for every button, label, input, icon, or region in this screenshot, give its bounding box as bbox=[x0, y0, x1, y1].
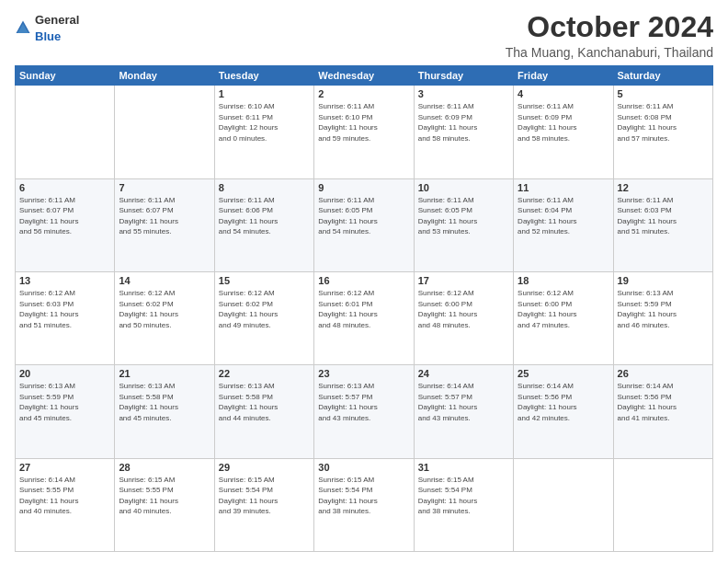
day-number: 10 bbox=[418, 182, 509, 193]
day-info: Sunrise: 6:10 AMSunset: 6:11 PMDaylight:… bbox=[219, 101, 310, 144]
day-number: 23 bbox=[318, 368, 409, 379]
day-number: 21 bbox=[119, 368, 210, 379]
day-number: 31 bbox=[418, 462, 509, 473]
day-number: 8 bbox=[219, 182, 310, 193]
day-number: 27 bbox=[19, 462, 110, 473]
table-row: 6Sunrise: 6:11 AMSunset: 6:07 PMDaylight… bbox=[16, 178, 115, 271]
day-info: Sunrise: 6:15 AMSunset: 5:55 PMDaylight:… bbox=[119, 475, 210, 517]
col-wednesday: Wednesday bbox=[314, 66, 414, 86]
day-info: Sunrise: 6:11 AMSunset: 6:10 PMDaylight:… bbox=[318, 101, 409, 144]
day-info: Sunrise: 6:11 AMSunset: 6:07 PMDaylight:… bbox=[19, 195, 110, 237]
day-number: 18 bbox=[518, 275, 609, 286]
col-tuesday: Tuesday bbox=[214, 66, 313, 86]
table-row: 19Sunrise: 6:13 AMSunset: 5:59 PMDayligh… bbox=[613, 271, 712, 364]
table-row: 30Sunrise: 6:15 AMSunset: 5:54 PMDayligh… bbox=[314, 458, 414, 551]
table-row: 12Sunrise: 6:11 AMSunset: 6:03 PMDayligh… bbox=[613, 178, 712, 271]
table-row: 21Sunrise: 6:13 AMSunset: 5:58 PMDayligh… bbox=[115, 365, 214, 458]
col-sunday: Sunday bbox=[16, 66, 115, 86]
table-row bbox=[16, 86, 115, 178]
table-row: 17Sunrise: 6:12 AMSunset: 6:00 PMDayligh… bbox=[414, 271, 513, 364]
page: General Blue October 2024 Tha Muang, Kan… bbox=[0, 0, 728, 563]
calendar-row: 20Sunrise: 6:13 AMSunset: 5:59 PMDayligh… bbox=[16, 365, 713, 458]
day-number: 24 bbox=[418, 368, 509, 379]
calendar-body: 1Sunrise: 6:10 AMSunset: 6:11 PMDaylight… bbox=[16, 86, 713, 552]
table-row: 15Sunrise: 6:12 AMSunset: 6:02 PMDayligh… bbox=[214, 271, 313, 364]
day-info: Sunrise: 6:12 AMSunset: 6:02 PMDaylight:… bbox=[219, 288, 310, 330]
table-row bbox=[514, 458, 613, 551]
table-row: 24Sunrise: 6:14 AMSunset: 5:57 PMDayligh… bbox=[414, 365, 513, 458]
day-number: 28 bbox=[119, 462, 210, 473]
col-thursday: Thursday bbox=[414, 66, 513, 86]
table-row: 18Sunrise: 6:12 AMSunset: 6:00 PMDayligh… bbox=[514, 271, 613, 364]
table-row: 1Sunrise: 6:10 AMSunset: 6:11 PMDaylight… bbox=[214, 86, 313, 178]
day-number: 22 bbox=[219, 368, 310, 379]
table-row: 14Sunrise: 6:12 AMSunset: 6:02 PMDayligh… bbox=[115, 271, 214, 364]
day-number: 16 bbox=[318, 275, 409, 286]
day-info: Sunrise: 6:11 AMSunset: 6:09 PMDaylight:… bbox=[418, 101, 509, 144]
day-number: 1 bbox=[219, 88, 310, 99]
day-number: 12 bbox=[618, 182, 709, 193]
table-row: 13Sunrise: 6:12 AMSunset: 6:03 PMDayligh… bbox=[16, 271, 115, 364]
table-row: 3Sunrise: 6:11 AMSunset: 6:09 PMDaylight… bbox=[414, 86, 513, 178]
day-number: 7 bbox=[119, 182, 210, 193]
day-number: 15 bbox=[219, 275, 310, 286]
generalblue-logo-icon bbox=[15, 19, 31, 36]
day-info: Sunrise: 6:12 AMSunset: 6:02 PMDaylight:… bbox=[119, 288, 210, 330]
day-info: Sunrise: 6:14 AMSunset: 5:57 PMDaylight:… bbox=[418, 381, 509, 423]
day-info: Sunrise: 6:12 AMSunset: 6:01 PMDaylight:… bbox=[318, 288, 409, 330]
day-info: Sunrise: 6:13 AMSunset: 5:57 PMDaylight:… bbox=[318, 381, 409, 423]
table-row: 11Sunrise: 6:11 AMSunset: 6:04 PMDayligh… bbox=[514, 178, 613, 271]
day-number: 20 bbox=[19, 368, 110, 379]
logo-text: General Blue bbox=[35, 11, 79, 44]
main-title: October 2024 bbox=[506, 11, 713, 43]
title-block: October 2024 Tha Muang, Kanchanaburi, Th… bbox=[506, 11, 713, 60]
day-number: 13 bbox=[19, 275, 110, 286]
day-number: 6 bbox=[19, 182, 110, 193]
day-info: Sunrise: 6:13 AMSunset: 5:58 PMDaylight:… bbox=[119, 381, 210, 423]
day-info: Sunrise: 6:13 AMSunset: 5:59 PMDaylight:… bbox=[618, 288, 709, 330]
calendar-row: 1Sunrise: 6:10 AMSunset: 6:11 PMDaylight… bbox=[16, 86, 713, 178]
table-row: 27Sunrise: 6:14 AMSunset: 5:55 PMDayligh… bbox=[16, 458, 115, 551]
day-info: Sunrise: 6:11 AMSunset: 6:03 PMDaylight:… bbox=[618, 195, 709, 237]
day-info: Sunrise: 6:15 AMSunset: 5:54 PMDaylight:… bbox=[219, 475, 310, 517]
day-number: 29 bbox=[219, 462, 310, 473]
table-row bbox=[613, 458, 712, 551]
calendar-row: 27Sunrise: 6:14 AMSunset: 5:55 PMDayligh… bbox=[16, 458, 713, 551]
day-info: Sunrise: 6:13 AMSunset: 5:59 PMDaylight:… bbox=[19, 381, 110, 423]
day-info: Sunrise: 6:12 AMSunset: 6:00 PMDaylight:… bbox=[518, 288, 609, 330]
col-monday: Monday bbox=[115, 66, 214, 86]
table-row: 2Sunrise: 6:11 AMSunset: 6:10 PMDaylight… bbox=[314, 86, 414, 178]
table-row: 31Sunrise: 6:15 AMSunset: 5:54 PMDayligh… bbox=[414, 458, 513, 551]
header-row: Sunday Monday Tuesday Wednesday Thursday… bbox=[16, 66, 713, 86]
day-number: 2 bbox=[318, 88, 409, 99]
calendar-table: Sunday Monday Tuesday Wednesday Thursday… bbox=[15, 65, 713, 552]
sub-title: Tha Muang, Kanchanaburi, Thailand bbox=[506, 45, 713, 60]
table-row: 10Sunrise: 6:11 AMSunset: 6:05 PMDayligh… bbox=[414, 178, 513, 271]
logo-general: General bbox=[35, 13, 79, 27]
table-row: 25Sunrise: 6:14 AMSunset: 5:56 PMDayligh… bbox=[514, 365, 613, 458]
calendar-row: 6Sunrise: 6:11 AMSunset: 6:07 PMDaylight… bbox=[16, 178, 713, 271]
calendar-header: Sunday Monday Tuesday Wednesday Thursday… bbox=[16, 66, 713, 86]
day-number: 17 bbox=[418, 275, 509, 286]
day-number: 19 bbox=[618, 275, 709, 286]
table-row: 29Sunrise: 6:15 AMSunset: 5:54 PMDayligh… bbox=[214, 458, 313, 551]
day-info: Sunrise: 6:12 AMSunset: 6:00 PMDaylight:… bbox=[418, 288, 509, 330]
table-row: 8Sunrise: 6:11 AMSunset: 6:06 PMDaylight… bbox=[214, 178, 313, 271]
day-info: Sunrise: 6:13 AMSunset: 5:58 PMDaylight:… bbox=[219, 381, 310, 423]
day-info: Sunrise: 6:11 AMSunset: 6:09 PMDaylight:… bbox=[518, 101, 609, 144]
table-row: 4Sunrise: 6:11 AMSunset: 6:09 PMDaylight… bbox=[514, 86, 613, 178]
table-row: 28Sunrise: 6:15 AMSunset: 5:55 PMDayligh… bbox=[115, 458, 214, 551]
col-friday: Friday bbox=[514, 66, 613, 86]
table-row bbox=[115, 86, 214, 178]
day-number: 26 bbox=[618, 368, 709, 379]
day-info: Sunrise: 6:11 AMSunset: 6:05 PMDaylight:… bbox=[418, 195, 509, 237]
table-row: 23Sunrise: 6:13 AMSunset: 5:57 PMDayligh… bbox=[314, 365, 414, 458]
header: General Blue October 2024 Tha Muang, Kan… bbox=[15, 11, 713, 60]
day-info: Sunrise: 6:12 AMSunset: 6:03 PMDaylight:… bbox=[19, 288, 110, 330]
day-info: Sunrise: 6:11 AMSunset: 6:08 PMDaylight:… bbox=[618, 101, 709, 144]
day-info: Sunrise: 6:11 AMSunset: 6:05 PMDaylight:… bbox=[318, 195, 409, 237]
table-row: 16Sunrise: 6:12 AMSunset: 6:01 PMDayligh… bbox=[314, 271, 414, 364]
logo: General Blue bbox=[15, 11, 79, 44]
day-info: Sunrise: 6:15 AMSunset: 5:54 PMDaylight:… bbox=[418, 475, 509, 517]
day-number: 14 bbox=[119, 275, 210, 286]
